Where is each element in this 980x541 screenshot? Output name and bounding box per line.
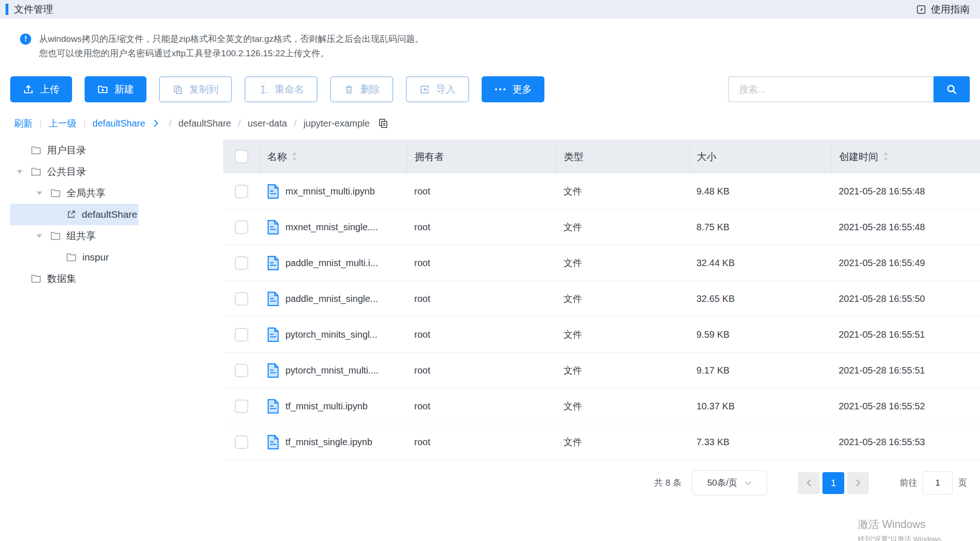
refresh-link[interactable]: 刷新 <box>14 117 33 130</box>
row-checkbox-cell <box>223 328 259 341</box>
file-name[interactable]: pytorch_mnist_multi.... <box>285 365 378 376</box>
row-checkbox[interactable] <box>235 256 248 270</box>
file-created: 2021-05-28 16:55:48 <box>831 222 980 233</box>
file-type: 文件 <box>556 221 689 234</box>
table-row[interactable]: paddle_mnist_multi.i...root文件32.44 KB202… <box>223 245 980 281</box>
file-name[interactable]: paddle_mnist_multi.i... <box>285 258 378 268</box>
breadcrumb: 刷新 | 上一级 | defaultShare /defaultShare/us… <box>14 116 970 130</box>
file-type: 文件 <box>556 436 689 448</box>
table-row[interactable]: tf_mnist_multi.ipynbroot文件10.37 KB2021-0… <box>223 388 980 424</box>
watermark-line1: 激活 Windows <box>858 517 948 532</box>
guide-icon <box>916 4 927 15</box>
select-all-checkbox[interactable] <box>235 150 248 163</box>
watermark-line2: 转到“设置”以激活 Windows。 <box>858 535 948 541</box>
upload-button[interactable]: 上传 <box>10 76 72 102</box>
row-checkbox-cell <box>223 185 259 198</box>
search-input[interactable] <box>728 76 934 102</box>
tree-item[interactable]: 数据集 <box>10 268 139 289</box>
tree-item[interactable]: inspur <box>10 247 139 268</box>
table-row[interactable]: tf_mnist_single.ipynbroot文件7.33 KB2021-0… <box>223 424 980 460</box>
folder-icon <box>50 188 61 198</box>
file-name[interactable]: mxnet_mnist_single.... <box>285 222 378 233</box>
row-checkbox[interactable] <box>235 400 248 413</box>
breadcrumb-separator: / <box>169 118 172 129</box>
guide-label: 使用指南 <box>931 3 970 16</box>
column-header-type[interactable]: 类型 <box>556 140 689 174</box>
file-icon <box>267 256 279 270</box>
copy-icon <box>172 84 183 95</box>
breadcrumb-segment[interactable]: defaultShare <box>179 118 231 129</box>
file-owner: root <box>407 365 556 376</box>
file-name-cell: tf_mnist_multi.ipynb <box>259 399 407 414</box>
delete-button[interactable]: 删除 <box>330 76 393 102</box>
column-header-size[interactable]: 大小 <box>689 140 831 174</box>
file-icon <box>267 220 279 234</box>
file-owner: root <box>407 222 556 233</box>
file-created: 2021-05-28 16:55:51 <box>831 365 980 376</box>
external-link-icon <box>66 209 76 220</box>
tree-item[interactable]: 全局共享 <box>10 182 139 204</box>
import-button[interactable]: 导入 <box>406 76 469 102</box>
breadcrumb-divider: | <box>40 119 41 128</box>
row-checkbox[interactable] <box>235 185 248 198</box>
file-name[interactable]: pytorch_minits_singl... <box>285 329 377 340</box>
tree-item[interactable]: 公共目录 <box>10 161 139 182</box>
row-checkbox[interactable] <box>235 364 248 377</box>
chevron-down-icon[interactable] <box>36 191 42 195</box>
chevron-down-icon[interactable] <box>17 170 23 174</box>
table-row[interactable]: mx_mnist_multi.ipynbroot文件9.48 KB2021-05… <box>223 174 980 209</box>
table-row[interactable]: mxnet_mnist_single....root文件8.75 KB2021-… <box>223 209 980 245</box>
breadcrumb-segment[interactable]: user-data <box>248 118 287 129</box>
table-row[interactable]: paddle_mnist_single...root文件32.65 KB2021… <box>223 281 980 317</box>
directory-tree: 用户目录公共目录全局共享defaultShare组共享inspur数据集 <box>0 140 222 289</box>
next-page-button[interactable] <box>847 472 869 494</box>
new-folder-button[interactable]: 新建 <box>85 76 146 102</box>
more-button[interactable]: 更多 <box>482 76 544 102</box>
upload-icon <box>23 84 34 95</box>
file-name[interactable]: mx_mnist_multi.ipynb <box>285 186 375 197</box>
breadcrumb-segment[interactable]: jupyter-example <box>304 118 370 129</box>
rename-button[interactable]: 重命名 <box>245 76 318 102</box>
tree-item-label: 数据集 <box>47 272 76 285</box>
breadcrumb-root-link[interactable]: defaultShare <box>93 118 145 129</box>
tree-item[interactable]: defaultShare <box>10 204 139 225</box>
tree-item[interactable]: 用户目录 <box>10 140 139 161</box>
folder-plus-icon <box>97 84 108 95</box>
prev-page-button[interactable] <box>798 472 820 494</box>
table-row[interactable]: pytorch_mnist_multi....root文件9.17 KB2021… <box>223 353 980 388</box>
column-header-created[interactable]: 创建时间 <box>831 140 980 174</box>
folder-icon <box>31 167 41 176</box>
goto-page-input[interactable] <box>923 471 953 494</box>
file-name[interactable]: paddle_mnist_single... <box>285 294 378 304</box>
tree-item-label: inspur <box>82 252 109 263</box>
info-icon: ! <box>20 33 31 45</box>
row-checkbox-cell <box>223 435 259 449</box>
page-size-select[interactable]: 50条/页 <box>692 470 767 495</box>
column-header-name[interactable]: 名称 <box>259 140 407 174</box>
topbar: 文件管理 使用指南 <box>0 0 980 19</box>
chevron-down-icon <box>745 481 752 485</box>
row-checkbox[interactable] <box>235 220 248 234</box>
breadcrumb-path: /defaultShare/user-data/jupyter-example <box>169 118 370 129</box>
row-checkbox[interactable] <box>235 328 248 341</box>
current-page-button[interactable]: 1 <box>822 472 844 494</box>
up-level-link[interactable]: 上一级 <box>48 117 76 130</box>
copy-to-button[interactable]: 复制到 <box>159 76 232 102</box>
copy-path-icon[interactable] <box>377 118 389 129</box>
file-owner: root <box>407 186 556 197</box>
row-checkbox[interactable] <box>235 292 248 306</box>
column-header-owner[interactable]: 拥有者 <box>407 140 556 174</box>
file-size: 9.48 KB <box>689 186 831 197</box>
sort-icon[interactable] <box>291 152 298 161</box>
row-checkbox-cell <box>223 256 259 270</box>
search-button[interactable] <box>934 76 970 102</box>
tree-item[interactable]: 组共享 <box>10 225 139 247</box>
file-name[interactable]: tf_mnist_multi.ipynb <box>285 401 368 412</box>
file-name[interactable]: tf_mnist_single.ipynb <box>285 437 372 447</box>
file-type: 文件 <box>556 293 689 305</box>
user-guide-link[interactable]: 使用指南 <box>916 3 970 16</box>
table-row[interactable]: pytorch_minits_singl...root文件9.59 KB2021… <box>223 317 980 353</box>
chevron-down-icon[interactable] <box>36 234 42 238</box>
sort-icon[interactable] <box>883 152 889 161</box>
row-checkbox[interactable] <box>235 435 248 449</box>
